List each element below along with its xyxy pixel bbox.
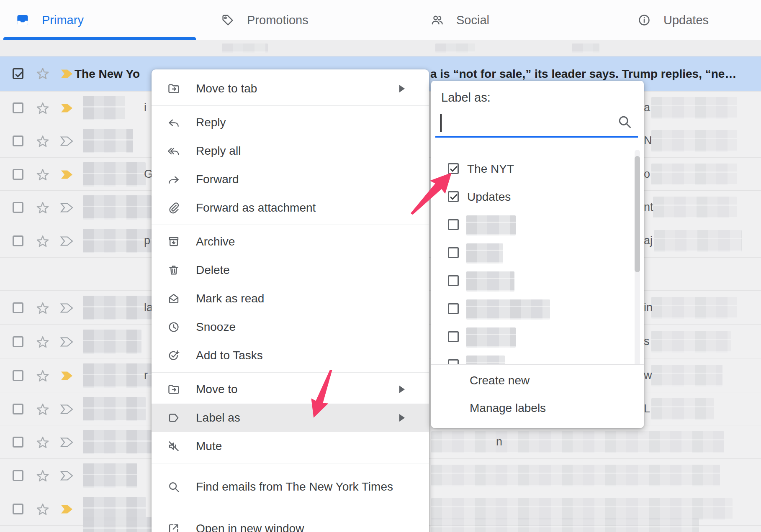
email-context-menu: Move to tabReplyReply allForwardForward …	[152, 69, 429, 532]
email-checkbox-unchecked[interactable]	[13, 370, 23, 381]
label-as-panel: Label as: The NYTUpdates Create new Mana…	[431, 81, 644, 428]
checkbox-unchecked[interactable]	[448, 275, 459, 286]
star-icon[interactable]	[35, 300, 50, 317]
checkbox-unchecked[interactable]	[448, 247, 459, 258]
email-checkbox-unchecked[interactable]	[13, 504, 23, 514]
redacted-subject	[651, 365, 722, 386]
importance-marker-gray[interactable]	[60, 471, 74, 483]
label-search-field[interactable]	[431, 110, 644, 138]
email-checkbox-unchecked[interactable]	[13, 102, 23, 113]
tab-social[interactable]: Social	[414, 0, 605, 40]
manage-labels-button[interactable]: Manage labels	[470, 402, 546, 415]
label-option-redacted[interactable]	[431, 351, 644, 364]
importance-marker-gray[interactable]	[60, 404, 74, 416]
star-icon[interactable]	[35, 167, 50, 184]
redacted-text	[435, 43, 475, 53]
star-icon[interactable]	[35, 468, 50, 485]
email-checkbox-unchecked[interactable]	[13, 302, 23, 313]
checkbox-unchecked[interactable]	[448, 331, 459, 342]
label-option-redacted[interactable]	[431, 211, 644, 239]
label-option-updates[interactable]: Updates	[431, 183, 644, 211]
redacted-subject	[431, 498, 733, 520]
menu-item-forward[interactable]: Forward	[152, 165, 429, 194]
tag-icon	[221, 13, 234, 27]
star-icon[interactable]	[35, 233, 50, 250]
checkbox-checked[interactable]	[448, 191, 459, 202]
importance-marker-yellow[interactable]	[60, 504, 74, 516]
importance-marker-gray[interactable]	[60, 236, 74, 248]
star-icon[interactable]	[35, 100, 50, 117]
menu-item-snooze[interactable]: Snooze	[152, 313, 429, 341]
tab-promotions[interactable]: Promotions	[205, 0, 396, 40]
create-new-label-button[interactable]: Create new	[470, 374, 530, 387]
email-checkbox-unchecked[interactable]	[13, 437, 23, 448]
menu-item-reply-all[interactable]: Reply all	[152, 137, 429, 165]
importance-marker-gray[interactable]	[60, 202, 74, 215]
menu-item-archive[interactable]: Archive	[152, 228, 429, 256]
redacted-subject	[431, 465, 720, 486]
redacted-text-fragment: n	[496, 435, 502, 448]
label-option-redacted[interactable]	[431, 323, 644, 351]
label-option-redacted[interactable]	[431, 239, 644, 267]
star-icon[interactable]	[35, 133, 50, 150]
tab-updates[interactable]: Updates	[622, 0, 761, 40]
tab-primary[interactable]: Primary	[0, 0, 190, 40]
menu-item-move-to[interactable]: Move to	[152, 375, 429, 404]
menu-item-find-emails-from-the-new-york-times[interactable]: Find emails from The New York Times	[152, 466, 429, 508]
email-checkbox-unchecked[interactable]	[13, 136, 23, 146]
menu-item-label: Label as	[196, 411, 240, 425]
menu-item-label: Snooze	[196, 320, 236, 334]
label-option-the-nyt[interactable]: The NYT	[431, 155, 644, 183]
menu-item-label: Mute	[196, 440, 222, 453]
star-icon[interactable]	[35, 402, 50, 418]
checkbox-unchecked[interactable]	[448, 303, 459, 314]
menu-item-mark-as-read[interactable]: Mark as read	[152, 284, 429, 313]
importance-marker-gray[interactable]	[60, 303, 74, 315]
redacted-subject	[651, 130, 737, 152]
star-icon[interactable]	[35, 501, 50, 518]
importance-marker-gray[interactable]	[60, 337, 74, 349]
menu-item-move-to-tab[interactable]: Move to tab	[152, 74, 429, 103]
importance-marker-yellow[interactable]	[60, 371, 74, 383]
email-checkbox-unchecked[interactable]	[13, 169, 23, 180]
redacted-sender	[83, 397, 146, 421]
checkbox-unchecked[interactable]	[448, 219, 459, 230]
importance-marker-gray[interactable]	[60, 437, 74, 449]
menu-item-open-in-new-window[interactable]: Open in new window	[152, 508, 429, 532]
email-checkbox-unchecked[interactable]	[13, 235, 23, 246]
importance-marker-yellow[interactable]	[60, 69, 74, 81]
folder-move-icon	[167, 82, 180, 95]
label-option-redacted[interactable]	[431, 295, 644, 323]
importance-marker-gray[interactable]	[60, 136, 74, 148]
email-checkbox-unchecked[interactable]	[13, 202, 23, 213]
menu-section: Find emails from The New York TimesOpen …	[152, 463, 429, 532]
redacted-text-fragment: N	[644, 134, 652, 147]
redacted-subject	[431, 431, 724, 453]
checkbox-unchecked[interactable]	[448, 359, 459, 364]
email-checkbox-unchecked[interactable]	[13, 470, 23, 481]
email-checkbox-checked[interactable]	[13, 68, 23, 79]
importance-marker-yellow[interactable]	[60, 103, 74, 115]
star-icon[interactable]	[35, 200, 50, 217]
menu-item-forward-as-attachment[interactable]: Forward as attachment	[152, 194, 429, 222]
importance-marker-yellow[interactable]	[60, 169, 74, 182]
menu-section: Move to tab	[152, 72, 429, 105]
label-option-redacted[interactable]	[431, 267, 644, 295]
scrollbar-thumb[interactable]	[635, 156, 640, 272]
submenu-arrow-icon	[399, 85, 405, 92]
menu-item-delete[interactable]: Delete	[152, 256, 429, 284]
star-icon[interactable]	[35, 66, 50, 82]
menu-item-reply[interactable]: Reply	[152, 108, 429, 137]
menu-item-label-as[interactable]: Label as	[152, 404, 429, 432]
menu-item-mute[interactable]: Mute	[152, 432, 429, 460]
redacted-sender	[83, 296, 152, 320]
redacted-label-name	[466, 215, 516, 235]
star-icon[interactable]	[35, 368, 50, 385]
email-checkbox-unchecked[interactable]	[13, 336, 23, 347]
redacted-text-fragment: o	[644, 168, 650, 181]
email-checkbox-unchecked[interactable]	[13, 404, 23, 414]
menu-item-label: Forward	[196, 173, 239, 186]
star-icon[interactable]	[35, 435, 50, 451]
menu-item-add-to-tasks[interactable]: Add to Tasks	[152, 341, 429, 370]
star-icon[interactable]	[35, 334, 50, 351]
